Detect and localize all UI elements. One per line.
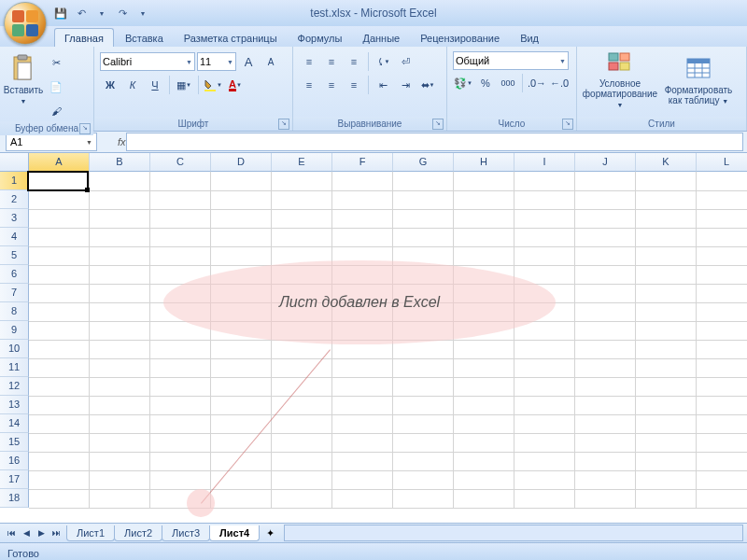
- cell[interactable]: [697, 321, 747, 341]
- underline-button[interactable]: Ч: [145, 75, 165, 95]
- cell[interactable]: [636, 209, 697, 229]
- cell[interactable]: [514, 246, 575, 266]
- ribbon-tab-6[interactable]: Вид: [511, 29, 548, 47]
- cell[interactable]: [636, 396, 697, 415]
- cell[interactable]: [332, 470, 393, 490]
- cell[interactable]: [697, 265, 747, 285]
- cell[interactable]: [636, 302, 697, 322]
- cell[interactable]: [150, 265, 211, 285]
- cell[interactable]: [150, 414, 211, 434]
- undo-dropdown-icon[interactable]: ▼: [93, 5, 110, 21]
- cell[interactable]: [393, 396, 454, 415]
- cell[interactable]: [90, 302, 150, 322]
- cell[interactable]: [514, 358, 575, 378]
- cell[interactable]: [29, 414, 90, 434]
- cell[interactable]: [90, 228, 150, 247]
- cell[interactable]: [454, 284, 514, 303]
- cell[interactable]: [272, 470, 332, 490]
- cell[interactable]: [454, 452, 514, 471]
- cell[interactable]: [332, 489, 393, 509]
- sheet-tab-0[interactable]: Лист1: [66, 525, 115, 541]
- cell[interactable]: [697, 340, 747, 359]
- cell[interactable]: [332, 377, 393, 397]
- percent-icon[interactable]: %: [475, 73, 496, 93]
- cell[interactable]: [211, 340, 272, 359]
- cell[interactable]: [393, 265, 454, 285]
- col-header-A[interactable]: A: [29, 153, 90, 172]
- cell[interactable]: [697, 414, 747, 434]
- qat-customize-icon[interactable]: ▼: [134, 5, 151, 21]
- cell[interactable]: [211, 284, 272, 303]
- cell[interactable]: [454, 246, 514, 266]
- col-header-E[interactable]: E: [272, 153, 332, 172]
- formula-input[interactable]: [126, 133, 743, 151]
- cell[interactable]: [150, 228, 211, 247]
- cell[interactable]: [272, 190, 332, 210]
- cell[interactable]: [393, 489, 454, 509]
- cell[interactable]: [697, 228, 747, 247]
- col-header-L[interactable]: L: [697, 153, 747, 172]
- decrease-indent-icon[interactable]: ⇤: [373, 75, 393, 95]
- cell[interactable]: [90, 452, 150, 471]
- cell[interactable]: [514, 340, 575, 359]
- cell[interactable]: [393, 321, 454, 341]
- row-header-13[interactable]: 13: [0, 396, 29, 414]
- cell[interactable]: [454, 302, 514, 322]
- cell[interactable]: [575, 246, 636, 266]
- format-table-button[interactable]: Форматировать как таблицу ▼: [662, 49, 735, 110]
- cell[interactable]: [393, 414, 454, 434]
- cell[interactable]: [697, 377, 747, 397]
- cell[interactable]: [697, 358, 747, 378]
- cell[interactable]: [393, 470, 454, 490]
- cell[interactable]: [454, 340, 514, 359]
- cell[interactable]: [332, 284, 393, 303]
- number-format-combo[interactable]: Общий▼: [453, 51, 569, 70]
- cell[interactable]: [332, 358, 393, 378]
- ribbon-tab-3[interactable]: Формулы: [289, 29, 352, 47]
- row-header-17[interactable]: 17: [0, 470, 29, 489]
- select-all-corner[interactable]: [0, 153, 29, 172]
- cell[interactable]: [29, 340, 90, 359]
- cell[interactable]: [332, 452, 393, 471]
- cell[interactable]: [272, 172, 332, 191]
- cell[interactable]: [514, 190, 575, 210]
- decrease-decimal-icon[interactable]: ←.0: [549, 73, 570, 93]
- cell[interactable]: [575, 414, 636, 434]
- format-painter-icon[interactable]: 🖌: [46, 101, 66, 121]
- cell[interactable]: [211, 433, 272, 453]
- align-left-icon[interactable]: ≡: [299, 75, 319, 95]
- cell[interactable]: [393, 246, 454, 266]
- cell[interactable]: [29, 302, 90, 322]
- copy-icon[interactable]: 📄: [46, 77, 66, 97]
- cell[interactable]: [272, 358, 332, 378]
- cell[interactable]: [636, 321, 697, 341]
- row-header-2[interactable]: 2: [0, 190, 29, 209]
- col-header-F[interactable]: F: [332, 153, 393, 172]
- ribbon-tab-1[interactable]: Вставка: [116, 29, 173, 47]
- cell[interactable]: [393, 284, 454, 303]
- cell[interactable]: [29, 172, 90, 191]
- cell[interactable]: [697, 284, 747, 303]
- align-middle-icon[interactable]: ≡: [321, 51, 342, 72]
- cell[interactable]: [636, 452, 697, 471]
- cell[interactable]: [393, 433, 454, 453]
- cell[interactable]: [272, 452, 332, 471]
- cell[interactable]: [575, 284, 636, 303]
- cell[interactable]: [636, 470, 697, 490]
- cell[interactable]: [575, 433, 636, 453]
- cell[interactable]: [575, 358, 636, 378]
- undo-icon[interactable]: ↶: [73, 5, 90, 21]
- cell[interactable]: [636, 228, 697, 247]
- cell[interactable]: [332, 190, 393, 210]
- cell[interactable]: [575, 340, 636, 359]
- cell[interactable]: [272, 433, 332, 453]
- cell[interactable]: [393, 228, 454, 247]
- ribbon-tab-0[interactable]: Главная: [54, 28, 114, 47]
- align-bottom-icon[interactable]: ≡: [344, 51, 364, 72]
- cell[interactable]: [514, 489, 575, 509]
- increase-decimal-icon[interactable]: .0→: [527, 73, 547, 93]
- cell[interactable]: [29, 228, 90, 247]
- cell[interactable]: [150, 433, 211, 453]
- cell[interactable]: [636, 414, 697, 434]
- cell[interactable]: [514, 414, 575, 434]
